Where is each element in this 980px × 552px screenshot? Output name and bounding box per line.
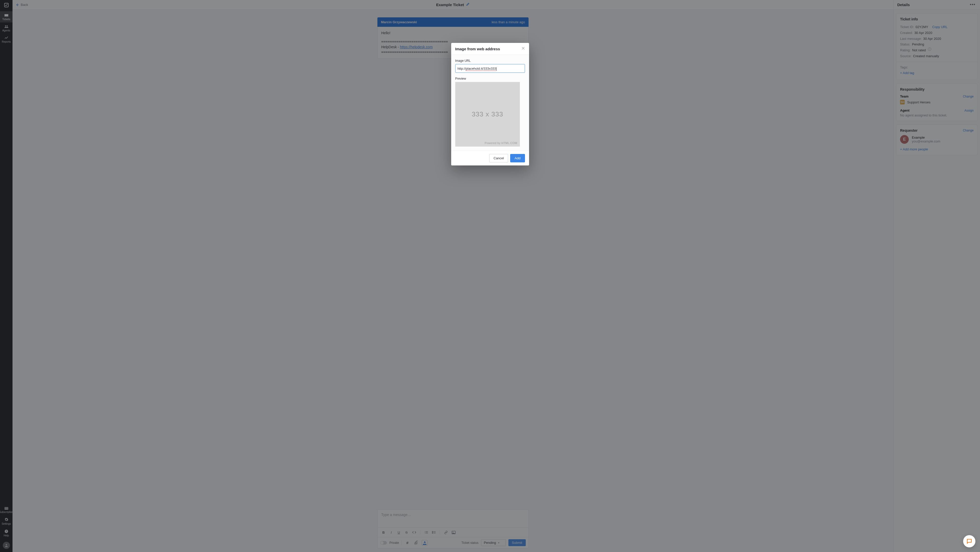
image-url-input[interactable]: http://placehold.it/333x333: [455, 64, 525, 73]
chat-icon: [966, 538, 972, 544]
chat-widget-button[interactable]: [963, 535, 975, 547]
cancel-button[interactable]: Cancel: [489, 154, 508, 162]
url-field-label: Image URL: [455, 59, 525, 62]
image-url-modal: Image from web address Image URL http://…: [451, 43, 529, 165]
close-icon: [522, 46, 525, 50]
modal-overlay[interactable]: Image from web address Image URL http://…: [0, 0, 980, 552]
modal-close-button[interactable]: [522, 46, 525, 51]
preview-placeholder-text: 333 x 333: [472, 110, 503, 118]
preview-label: Preview: [455, 77, 525, 80]
preview-caption: Powered by HTML.COM: [485, 142, 517, 145]
image-preview: 333 x 333 Powered by HTML.COM: [455, 82, 520, 146]
add-button[interactable]: Add: [510, 154, 525, 162]
modal-title: Image from web address: [455, 47, 500, 51]
